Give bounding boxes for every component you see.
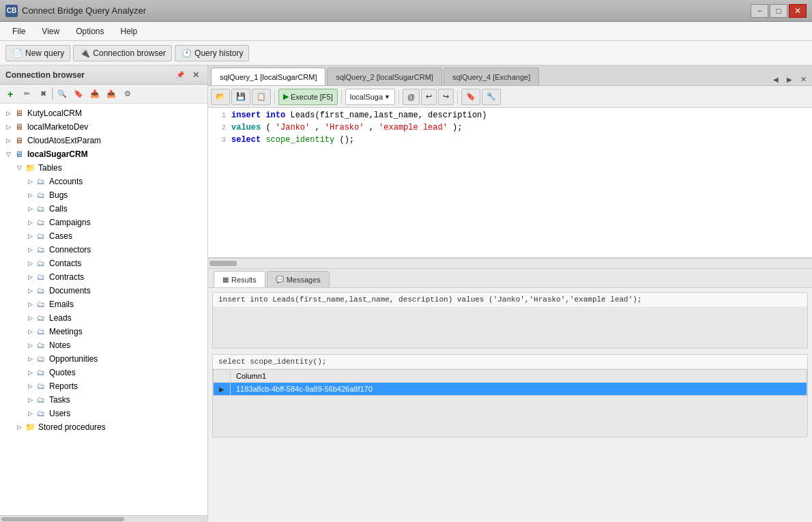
save-file-button[interactable]: 💾 [231, 89, 250, 105]
label-cloudatos: CloudAtosExtParam [27, 136, 101, 145]
tree-item-opportunities[interactable]: ▷ 🗂 Opportunities [0, 352, 207, 366]
tree-view[interactable]: ▷ 🖥 KutyLocalCRM ▷ 🖥 localMarketoDev ▷ 🖥… [0, 104, 207, 515]
save-icon: 💾 [236, 92, 246, 101]
label-documents: Documents [49, 286, 91, 295]
table-icon-tasks: 🗂 [35, 394, 46, 405]
tree-item-accounts[interactable]: ▷ 🗂 Accounts [0, 175, 207, 188]
bookmark-button[interactable]: 🔖 [461, 89, 480, 105]
tree-item-notes[interactable]: ▷ 🗂 Notes [0, 338, 207, 352]
tree-item-bugs[interactable]: ▷ 🗂 Bugs [0, 188, 207, 202]
menu-options[interactable]: Options [69, 24, 111, 39]
tab-scroll-left[interactable]: ◀ [770, 74, 781, 85]
expander-localsugar: ▽ [3, 149, 14, 160]
title-bar-left: CB Connect Bridge Query Analyzer [5, 5, 146, 17]
tree-settings-button[interactable]: ⚙ [120, 87, 135, 102]
keyword-select: select [231, 135, 261, 145]
tree-item-cloudatos[interactable]: ▷ 🖥 CloudAtosExtParam [0, 134, 207, 147]
tree-item-campaigns[interactable]: ▷ 🗂 Campaigns [0, 216, 207, 229]
panel-header: Connection browser 📌 ✕ [0, 66, 207, 85]
toolbar-separator-4 [457, 90, 458, 104]
table-icon-contracts: 🗂 [35, 272, 46, 282]
table-icon-quotes: 🗂 [35, 367, 46, 378]
tree-item-users[interactable]: ▷ 🗂 Users [0, 407, 207, 420]
tree-search-button[interactable]: 🔍 [55, 87, 70, 102]
query-tab-3[interactable]: sqlQuery_4 [Exchange] [444, 68, 539, 85]
menu-help[interactable]: Help [114, 24, 145, 39]
server-icon-localsugar: 🖥 [14, 149, 25, 160]
tree-item-connectors[interactable]: ▷ 🗂 Connectors [0, 243, 207, 257]
menu-view[interactable]: View [35, 24, 66, 39]
label-contacts: Contacts [49, 259, 81, 268]
new-query-button[interactable]: 📄 New query [5, 45, 70, 61]
table-row[interactable]: ▶ 1183a8cb-4bff-584c-9a89-56b426a8f170 [214, 383, 807, 396]
tree-add-button[interactable]: + [3, 87, 18, 102]
redo-button[interactable]: ↪ [438, 89, 454, 105]
folder-icon-storedprocs: 📁 [25, 422, 35, 433]
label-reports: Reports [49, 381, 78, 391]
pin-button[interactable]: 📌 [173, 70, 187, 79]
tree-import-button[interactable]: 📥 [87, 87, 102, 102]
code-editor[interactable]: 1 insert into Leads(first_name,last_name… [208, 108, 812, 258]
results-grid-icon: ▦ [222, 276, 229, 283]
tree-item-tables[interactable]: ▽ 📁 Tables [0, 161, 207, 175]
tab-scroll-right[interactable]: ▶ [784, 74, 795, 85]
query-toolbar: 📂 💾 📋 ▶ Execute [F5] localSuga ▼ @ ↩ [208, 86, 812, 108]
tree-item-meetings[interactable]: ▷ 🗂 Meetings [0, 325, 207, 338]
tree-item-documents[interactable]: ▷ 🗂 Documents [0, 284, 207, 298]
row-value-cell: 1183a8cb-4bff-584c-9a89-56b426a8f170 [231, 383, 807, 396]
execute-button[interactable]: ▶ Execute [F5] [278, 89, 338, 105]
connection-browser-button[interactable]: 🔌 Connection browser [73, 45, 172, 61]
label-meetings: Meetings [49, 327, 83, 336]
tree-item-storedprocs[interactable]: ▷ 📁 Stored procedures [0, 420, 207, 434]
tree-item-quotes[interactable]: ▷ 🗂 Quotes [0, 366, 207, 379]
query-history-button[interactable]: 🕐 Query history [175, 45, 249, 61]
main-layout: Connection browser 📌 ✕ + ✏ ✖ 🔍 🔖 📥 📤 ⚙ ▷… [0, 66, 812, 522]
tree-item-calls[interactable]: ▷ 🗂 Calls [0, 202, 207, 216]
tools-button[interactable]: 🔧 [482, 89, 501, 105]
tree-item-localsugar[interactable]: ▽ 🖥 localSugarCRM [0, 147, 207, 161]
results-tab-results[interactable]: ▦ Results [214, 271, 265, 287]
server-icon-cloudatos: 🖥 [14, 135, 25, 146]
tree-bookmark-button[interactable]: 🔖 [71, 87, 86, 102]
minimize-button[interactable]: − [751, 4, 768, 18]
result-block-insert: insert into Leads(first_name,last_name, … [212, 292, 808, 349]
tree-refresh-button[interactable] [52, 88, 53, 100]
menu-file[interactable]: File [5, 24, 32, 39]
maximize-button[interactable]: □ [770, 4, 787, 18]
result-table: Column1 ▶ 1183a8cb-4bff-584c-9a89-56b426… [213, 369, 807, 396]
tree-edit-button[interactable]: ✏ [19, 87, 34, 102]
tree-item-contracts[interactable]: ▷ 🗂 Contracts [0, 270, 207, 284]
tree-item-cases[interactable]: ▷ 🗂 Cases [0, 229, 207, 243]
results-tab-messages[interactable]: 💬 Messages [267, 271, 330, 287]
tree-item-contacts[interactable]: ▷ 🗂 Contacts [0, 257, 207, 270]
undo-button[interactable]: ↩ [421, 89, 437, 105]
copy-button[interactable]: 📋 [252, 89, 271, 105]
query-tab-1[interactable]: sqlQuery_1 [localSugarCRM] [211, 68, 325, 85]
open-file-button[interactable]: 📂 [211, 89, 230, 105]
window-title: Connect Bridge Query Analyzer [22, 5, 146, 16]
left-panel-scrollbar[interactable] [0, 515, 207, 522]
tree-delete-button[interactable]: ✖ [35, 87, 50, 102]
panel-close-button[interactable]: ✕ [190, 70, 202, 81]
tree-export-button[interactable]: 📤 [104, 87, 119, 102]
folder-icon-tables: 📁 [25, 162, 35, 173]
tree-item-tasks[interactable]: ▷ 🗂 Tasks [0, 393, 207, 407]
label-notes: Notes [49, 340, 70, 350]
horizontal-scrollbar[interactable] [208, 258, 812, 269]
tree-item-emails[interactable]: ▷ 🗂 Emails [0, 298, 207, 311]
result-block-select: select scope_identity(); Column1 [212, 354, 808, 437]
result-query-label-select: select scope_identity(); [213, 355, 807, 369]
line-content-3: select scope_identity (); [231, 135, 809, 145]
table-icon-bugs: 🗂 [35, 190, 46, 201]
close-button[interactable]: ✕ [789, 4, 807, 18]
query-tab-2[interactable]: sqlQuery_2 [localSugarCRM] [327, 68, 441, 85]
tree-item-kutylocal[interactable]: ▷ 🖥 KutyLocalCRM [0, 106, 207, 120]
tree-item-leads[interactable]: ▷ 🗂 Leads [0, 311, 207, 325]
at-button[interactable]: @ [403, 89, 420, 105]
tree-item-marketo[interactable]: ▷ 🖥 localMarketoDev [0, 120, 207, 134]
tree-item-reports[interactable]: ▷ 🗂 Reports [0, 379, 207, 393]
copy-icon: 📋 [257, 92, 266, 101]
tab-close-all[interactable]: ✕ [798, 74, 809, 85]
server-icon-kutylocal: 🖥 [14, 108, 25, 119]
connection-dropdown[interactable]: localSuga ▼ [345, 89, 395, 105]
